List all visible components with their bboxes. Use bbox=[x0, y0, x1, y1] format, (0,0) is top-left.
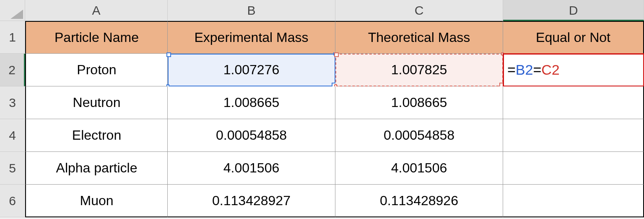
formula-eq2: = bbox=[533, 62, 541, 78]
cell-B1[interactable]: Experimental Mass bbox=[168, 21, 335, 54]
cell-C5[interactable]: 4.001506 bbox=[335, 152, 503, 185]
row-header-6[interactable]: 6 bbox=[0, 185, 25, 217]
formula-eq1: = bbox=[507, 62, 516, 78]
column-header-row: A B C D bbox=[0, 0, 644, 21]
cell-A6[interactable]: Muon bbox=[25, 185, 168, 217]
cell-D1[interactable]: Equal or Not bbox=[503, 21, 644, 54]
cell-C2-value: 1.007825 bbox=[391, 62, 447, 78]
row-header-5[interactable]: 5 bbox=[0, 152, 25, 185]
select-all-corner[interactable] bbox=[0, 0, 25, 21]
cell-D2[interactable]: =B2=C2 bbox=[503, 54, 644, 86]
cell-C3[interactable]: 1.008665 bbox=[335, 86, 503, 119]
cell-B4[interactable]: 0.00054858 bbox=[168, 119, 335, 152]
cell-D6[interactable] bbox=[503, 185, 644, 217]
row-header-1[interactable]: 1 bbox=[0, 21, 25, 54]
row-header-3[interactable]: 3 bbox=[0, 86, 25, 119]
cell-A2[interactable]: Proton bbox=[25, 54, 168, 86]
cell-B2[interactable]: 1.007276 bbox=[168, 54, 335, 86]
row-1: 1 Particle Name Experimental Mass Theore… bbox=[0, 21, 644, 54]
col-header-B[interactable]: B bbox=[168, 0, 335, 21]
cell-C2[interactable]: 1.007825 bbox=[335, 54, 503, 86]
cell-C4[interactable]: 0.00054858 bbox=[335, 119, 503, 152]
cell-B2-value: 1.007276 bbox=[223, 62, 279, 78]
cell-C1[interactable]: Theoretical Mass bbox=[335, 21, 503, 54]
col-header-A[interactable]: A bbox=[25, 0, 168, 21]
col-header-C[interactable]: C bbox=[335, 0, 503, 21]
row-header-4[interactable]: 4 bbox=[0, 119, 25, 152]
row-6: 6 Muon 0.113428927 0.113428926 bbox=[0, 185, 644, 217]
row-header-2[interactable]: 2 bbox=[0, 54, 25, 86]
row-5: 5 Alpha particle 4.001506 4.001506 bbox=[0, 152, 644, 185]
cell-D5[interactable] bbox=[503, 152, 644, 185]
col-header-D[interactable]: D bbox=[503, 0, 644, 21]
cell-D4[interactable] bbox=[503, 119, 644, 152]
formula-ref-C2: C2 bbox=[541, 62, 559, 78]
cell-B5[interactable]: 4.001506 bbox=[168, 152, 335, 185]
row-2: 2 Proton 1.007276 1.007825 =B2=C2 bbox=[0, 54, 644, 86]
cell-B6[interactable]: 0.113428927 bbox=[168, 185, 335, 217]
row-3: 3 Neutron 1.008665 1.008665 bbox=[0, 86, 644, 119]
cell-A3[interactable]: Neutron bbox=[25, 86, 168, 119]
cell-D3[interactable] bbox=[503, 86, 644, 119]
spreadsheet: A B C D 1 Particle Name Experimental Mas… bbox=[0, 0, 644, 217]
formula-ref-B2: B2 bbox=[516, 62, 533, 78]
cell-C6[interactable]: 0.113428926 bbox=[335, 185, 503, 217]
cell-A4[interactable]: Electron bbox=[25, 119, 168, 152]
cell-B3[interactable]: 1.008665 bbox=[168, 86, 335, 119]
cell-A5[interactable]: Alpha particle bbox=[25, 152, 168, 185]
row-4: 4 Electron 0.00054858 0.00054858 bbox=[0, 119, 644, 152]
cell-A1[interactable]: Particle Name bbox=[25, 21, 168, 54]
